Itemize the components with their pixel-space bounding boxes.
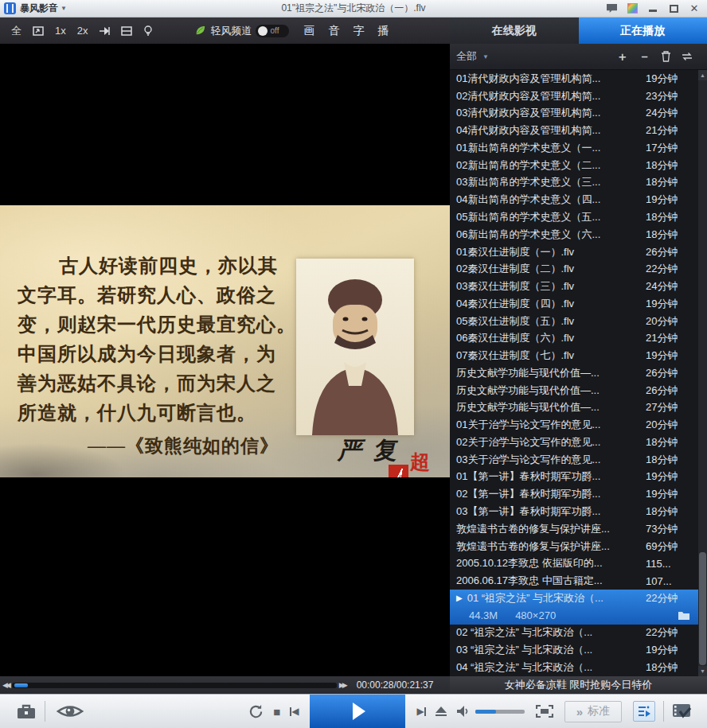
playlist-toggle-button[interactable] <box>633 701 655 722</box>
eye-protection-icon[interactable] <box>57 703 84 720</box>
leaf-icon <box>194 25 206 37</box>
skin-icon[interactable] <box>626 3 639 14</box>
rewind-icon[interactable]: ◀◀ <box>0 681 12 689</box>
list-item[interactable]: 03清代财政内容及管理机构简...24分钟 <box>450 105 698 123</box>
fullscreen-button[interactable]: 全 <box>11 24 21 38</box>
list-item[interactable]: 04 “祖宗之法” 与北宋政治（...18分钟 <box>450 659 698 676</box>
list-item[interactable]: 01关于治学与论文写作的意见...20分钟 <box>450 416 698 434</box>
playlist: 01清代财政内容及管理机构简...19分钟02清代财政内容及管理机构简...23… <box>450 70 698 676</box>
chaoxing-watermark: 超星 <box>389 449 450 477</box>
maximize-button[interactable] <box>667 3 680 14</box>
playlist-filter-dropdown[interactable]: 全部▼ <box>456 49 489 64</box>
video-area[interactable]: 古人好读前四史，亦以其文字耳。若研究人心、政俗之变，则赵宋一代历史最宜究心。中国… <box>0 44 450 676</box>
picture-settings-button[interactable]: 画 <box>303 24 314 38</box>
titlebar: 暴风影音 ▼ 01"祖宗之法"与北宋政治（一）.flv ✕ <box>0 0 707 18</box>
list-item[interactable]: 04秦汉仕进制度（四）.flv19分钟 <box>450 295 698 313</box>
list-item[interactable]: 历史文献学功能与现代价值—...27分钟 <box>450 399 698 417</box>
channel-toggle-group[interactable]: 轻风频道 off <box>194 24 289 38</box>
list-item[interactable]: 03新出简帛的学术史意义（三...18分钟 <box>450 174 698 192</box>
volume-icon[interactable] <box>456 705 471 718</box>
list-item[interactable]: 03关于治学与论文写作的意见...18分钟 <box>450 451 698 469</box>
list-item[interactable]: 04新出简帛的学术史意义（四...19分钟 <box>450 191 698 208</box>
standard-mode-button[interactable]: » 标准 <box>564 701 622 722</box>
scrollbar-thumb[interactable] <box>699 552 706 665</box>
list-item[interactable]: 05新出简帛的学术史意义（五...18分钟 <box>450 208 698 226</box>
add-item-button[interactable]: ＋ <box>616 49 628 64</box>
list-item[interactable]: 02 “祖宗之法” 与北宋政治（...22分钟 <box>450 625 698 642</box>
list-item[interactable]: 02秦汉仕进制度（二）.flv22分钟 <box>450 260 698 278</box>
chaoxing-logo-icon <box>389 465 408 478</box>
clear-list-icon[interactable] <box>661 51 671 62</box>
fullscreen-toggle-icon[interactable] <box>536 705 553 718</box>
repeat-mode-icon[interactable] <box>248 704 264 719</box>
list-item[interactable]: 2006.06.17李致忠 中国古籍定...107... <box>450 572 698 590</box>
app-name[interactable]: 暴风影音 <box>20 2 58 15</box>
list-item[interactable]: 03 “祖宗之法” 与北宋政治（...19分钟 <box>450 641 698 659</box>
tab-online-video[interactable]: 在线影视 <box>450 18 579 44</box>
list-item[interactable]: 07秦汉仕进制度（七）.flv19分钟 <box>450 347 698 364</box>
list-item[interactable]: 01清代财政内容及管理机构简...19分钟 <box>450 70 698 88</box>
channel-off-toggle[interactable]: off <box>256 25 289 37</box>
control-bar: ■ ◀ ▶ » 标准 <box>0 694 707 728</box>
light-off-icon[interactable] <box>143 25 153 37</box>
list-item[interactable]: 敦煌遗书古卷的修复与保护讲座...73分钟 <box>450 520 698 538</box>
list-item[interactable]: 历史文献学功能与现代价值—...26分钟 <box>450 382 698 399</box>
list-item[interactable]: 03【第一讲】春秋时期军功爵...18分钟 <box>450 503 698 520</box>
toolbox-icon[interactable] <box>16 703 37 720</box>
playlist-header: 全部▼ ＋ － <box>450 44 707 70</box>
sync-list-icon[interactable] <box>682 52 693 61</box>
pin-on-top-icon[interactable] <box>99 26 110 36</box>
player-window: 暴风影音 ▼ 01"祖宗之法"与北宋政治（一）.flv ✕ 全 1x 2x <box>0 0 707 728</box>
list-item[interactable]: 02【第一讲】春秋时期军功爵...19分钟 <box>450 485 698 503</box>
media-library-icon[interactable] <box>672 703 694 720</box>
subtitle-line: 所造就，什八九可断言也。 <box>18 399 314 428</box>
tab-now-playing[interactable]: 正在播放 <box>579 18 707 44</box>
list-item[interactable]: 03秦汉仕进制度（三）.flv24分钟 <box>450 278 698 295</box>
list-item[interactable]: 01秦汉仕进制度（一）.flv26分钟 <box>450 243 698 261</box>
eject-icon[interactable] <box>436 707 447 716</box>
audio-settings-button[interactable]: 音 <box>328 24 339 38</box>
list-item[interactable]: 2005.10.12李致忠 依据版印的...115... <box>450 555 698 572</box>
list-item[interactable]: 06秦汉仕进制度（六）.flv21分钟 <box>450 329 698 347</box>
folder-icon[interactable] <box>678 610 690 621</box>
play-button[interactable] <box>310 695 405 728</box>
file-resolution: 480×270 <box>515 609 556 621</box>
split-screen-icon[interactable] <box>121 26 132 36</box>
list-item[interactable]: 06新出简帛的学术史意义（六...18分钟 <box>450 226 698 243</box>
player-toolbar: 全 1x 2x 轻风频道 off 画 音 字 播 <box>0 18 450 44</box>
previous-button[interactable]: ◀ <box>290 706 299 717</box>
list-item[interactable]: 01【第一讲】春秋时期军功爵...19分钟 <box>450 469 698 486</box>
size-2x-button[interactable]: 2x <box>77 25 88 37</box>
chevron-down-icon: ▼ <box>482 53 489 60</box>
mini-mode-icon[interactable] <box>33 26 44 36</box>
minimize-button[interactable] <box>646 3 659 14</box>
next-button[interactable]: ▶ <box>416 706 425 717</box>
playlist-scrollbar[interactable]: ▲ ▼ <box>698 70 707 676</box>
list-item[interactable]: 02关于治学与论文写作的意见...18分钟 <box>450 434 698 451</box>
list-item[interactable]: 02清代财政内容及管理机构简...23分钟 <box>450 88 698 105</box>
list-item[interactable]: 敦煌遗书古卷的修复与保护讲座...69分钟 <box>450 538 698 555</box>
list-item[interactable]: 02新出简帛的学术史意义（二...18分钟 <box>450 157 698 174</box>
stop-button[interactable]: ■ <box>273 705 280 718</box>
list-item[interactable]: 05秦汉仕进制度（五）.flv20分钟 <box>450 313 698 330</box>
scroll-up-icon[interactable]: ▲ <box>698 70 707 80</box>
subtitle-line: 古人好读前四史，亦以其 <box>18 251 314 281</box>
volume-slider[interactable] <box>475 710 525 714</box>
close-button[interactable]: ✕ <box>688 3 701 14</box>
seek-bar[interactable] <box>12 683 337 688</box>
scroll-down-icon[interactable]: ▼ <box>698 666 707 676</box>
playlist-icon <box>637 705 651 718</box>
size-1x-button[interactable]: 1x <box>55 25 66 37</box>
remove-item-button[interactable]: － <box>639 49 650 64</box>
app-menu-chevron-down-icon[interactable]: ▼ <box>61 5 67 12</box>
feedback-icon[interactable] <box>605 3 618 14</box>
subtitle-settings-button[interactable]: 字 <box>353 24 364 38</box>
list-item[interactable]: 01新出简帛的学术史意义（一...17分钟 <box>450 139 698 157</box>
ad-banner[interactable]: 女神必备凉鞋 限时抢购今日特价 <box>450 676 707 694</box>
broadcast-settings-button[interactable]: 播 <box>377 24 389 38</box>
fast-forward-icon[interactable]: ▶▶ <box>337 681 349 689</box>
list-item-selected[interactable]: ▶01 “祖宗之法” 与北宋政治（...22分钟44.3M480×270 <box>450 590 698 625</box>
subtitle-line: 变，则赵宋一代历史最宜究心。 <box>18 310 314 340</box>
list-item[interactable]: 04清代财政内容及管理机构简...21分钟 <box>450 122 698 139</box>
list-item[interactable]: 历史文献学功能与现代价值—...26分钟 <box>450 364 698 382</box>
